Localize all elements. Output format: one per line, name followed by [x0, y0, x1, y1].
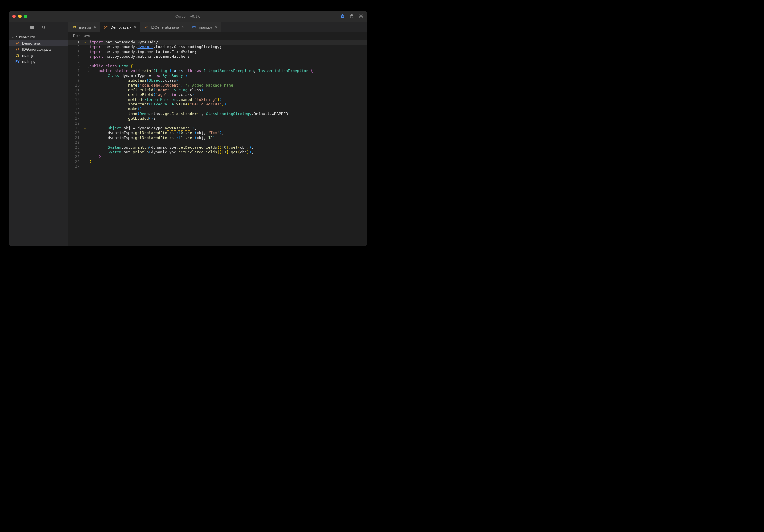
tab-close-icon[interactable]: × — [133, 25, 137, 29]
svg-point-4 — [360, 16, 362, 17]
code-line[interactable] — [90, 140, 367, 145]
line-number[interactable]: 4 — [69, 54, 90, 59]
code-line[interactable]: .subclass(Object.class) — [90, 78, 367, 83]
svg-point-14 — [106, 26, 107, 27]
line-number[interactable]: 26 — [69, 159, 90, 164]
tree-item[interactable]: IDGenerator.java — [9, 46, 69, 53]
git-branch-icon — [15, 41, 20, 46]
titlebar-actions — [340, 14, 364, 19]
svg-point-15 — [144, 26, 145, 26]
folder-label: cursor-tutor — [16, 35, 35, 39]
line-number[interactable]: 10 — [69, 83, 90, 88]
code-line[interactable]: Class dynamicType = new ByteBuddy() — [90, 74, 367, 78]
search-icon[interactable] — [41, 25, 46, 30]
tree-folder-root[interactable]: ⌄ cursor-tutor — [9, 34, 69, 40]
ai-robot-icon[interactable] — [340, 14, 345, 19]
code-line[interactable] — [90, 59, 367, 64]
tab-label: main.js — [79, 25, 91, 29]
code-line[interactable]: } — [90, 159, 367, 164]
svg-point-1 — [341, 16, 342, 17]
svg-point-12 — [104, 26, 105, 26]
editor-main: JSmain.js×Demo.java •×IDGenerator.java×P… — [69, 22, 367, 246]
tree-item[interactable]: Demo.java — [9, 40, 69, 46]
line-number[interactable]: 19 — [69, 126, 90, 130]
tree-item-label: main.js — [22, 53, 34, 58]
tree-item[interactable]: PYmain.py — [9, 59, 69, 65]
line-number[interactable]: 18 — [69, 121, 90, 126]
py-file-icon: PY — [15, 60, 20, 63]
code-line[interactable]: import net.bytebuddy.matcher.ElementMatc… — [90, 54, 367, 59]
line-number[interactable]: 1 — [69, 40, 90, 45]
line-number[interactable]: 7 — [69, 69, 90, 73]
code-area[interactable]: import net.bytebuddy.ByteBuddy;import ne… — [90, 39, 367, 246]
breadcrumb[interactable]: Demo.java — [69, 32, 367, 39]
app-window: Cursor - v0.1.0 — [9, 11, 367, 246]
line-number[interactable]: 11 — [69, 88, 90, 92]
code-line[interactable]: .getLoaded(); — [90, 116, 367, 121]
line-number[interactable]: 17 — [69, 116, 90, 121]
editor-tab[interactable]: JSmain.js× — [69, 22, 100, 32]
code-line[interactable] — [90, 121, 367, 126]
code-line[interactable]: public class Demo { — [90, 64, 367, 69]
code-line[interactable]: import net.bytebuddy.dynamic.loading.Cla… — [90, 45, 367, 49]
code-line[interactable]: public static void main(String[] args) t… — [90, 69, 367, 73]
line-number[interactable]: 3 — [69, 50, 90, 54]
line-number[interactable]: 8 — [69, 74, 90, 78]
settings-gear-icon[interactable] — [358, 14, 364, 19]
git-branch-icon — [15, 48, 20, 52]
code-line[interactable]: .make() — [90, 107, 367, 111]
line-number[interactable]: 6 — [69, 64, 90, 69]
line-number[interactable]: 13 — [69, 97, 90, 102]
window-close-button[interactable] — [12, 15, 16, 18]
line-number[interactable]: 24 — [69, 150, 90, 154]
code-line[interactable]: .load(Demo.class.getClassLoader(), Class… — [90, 111, 367, 116]
line-number[interactable]: 15 — [69, 107, 90, 111]
js-file-icon: JS — [15, 54, 20, 57]
editor-tab[interactable]: Demo.java •× — [100, 22, 140, 32]
editor-tab[interactable]: PYmain.py× — [188, 22, 221, 32]
line-number[interactable]: 22 — [69, 140, 90, 145]
code-line[interactable] — [90, 164, 367, 169]
line-number[interactable]: 2 — [69, 45, 90, 49]
line-number[interactable]: 14 — [69, 102, 90, 107]
code-line[interactable]: .name("com.demo.Student") // Added packa… — [90, 83, 367, 88]
window-title: Cursor - v0.1.0 — [175, 14, 200, 19]
line-number[interactable]: 9 — [69, 78, 90, 83]
line-number[interactable]: 16 — [69, 111, 90, 116]
file-tree: ⌄ cursor-tutor Demo.javaIDGenerator.java… — [9, 33, 69, 65]
svg-point-10 — [16, 50, 17, 51]
code-line[interactable]: import net.bytebuddy.ByteBuddy; — [90, 40, 367, 45]
editor-tab[interactable]: IDGenerator.java× — [140, 22, 188, 32]
line-number[interactable]: 25 — [69, 154, 90, 159]
code-line[interactable]: dynamicType.getDeclaredFields()[1].set(o… — [90, 135, 367, 140]
code-line[interactable]: .intercept(FixedValue.value("Hello World… — [90, 102, 367, 107]
code-line[interactable]: .defineField("name", String.class) — [90, 88, 367, 92]
window-maximize-button[interactable] — [24, 15, 27, 18]
line-number[interactable]: 21 — [69, 135, 90, 140]
code-line[interactable]: .method(ElementMatchers.named("toString"… — [90, 97, 367, 102]
tab-label: IDGenerator.java — [151, 25, 179, 29]
code-line[interactable]: import net.bytebuddy.implementation.Fixe… — [90, 50, 367, 54]
svg-point-2 — [343, 16, 343, 17]
code-line[interactable]: Object obj = dynamicType.newInstance(); — [90, 126, 367, 130]
code-line[interactable]: dynamicType.getDeclaredFields()[0].set(o… — [90, 130, 367, 135]
line-number[interactable]: 20 — [69, 130, 90, 135]
line-number[interactable]: 5 — [69, 59, 90, 64]
svg-point-6 — [16, 42, 17, 43]
window-minimize-button[interactable] — [18, 15, 22, 18]
traffic-lights — [12, 15, 27, 18]
line-number[interactable]: 12 — [69, 92, 90, 97]
code-line[interactable]: System.out.println(dynamicType.getDeclar… — [90, 150, 367, 154]
tab-close-icon[interactable]: × — [182, 25, 185, 29]
line-number[interactable]: 23 — [69, 145, 90, 150]
tab-close-icon[interactable]: × — [214, 25, 218, 29]
code-line[interactable]: .defineField("age", int.class) — [90, 92, 367, 97]
code-line[interactable]: System.out.println(dynamicType.getDeclar… — [90, 145, 367, 150]
code-editor[interactable]: 1234567891011121314151617181920212223242… — [69, 39, 367, 246]
code-line[interactable]: } — [90, 154, 367, 159]
folder-icon[interactable] — [30, 25, 34, 30]
tree-item[interactable]: JSmain.js — [9, 53, 69, 59]
line-number[interactable]: 27 — [69, 164, 90, 169]
tab-close-icon[interactable]: × — [93, 25, 97, 29]
wave-icon[interactable] — [349, 14, 354, 19]
